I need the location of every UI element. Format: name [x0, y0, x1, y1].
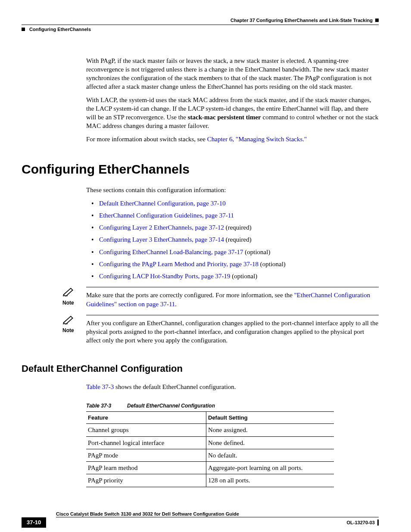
table-caption-num: Table 37-3: [86, 402, 127, 409]
header-square-icon: [375, 19, 379, 22]
toc-suffix: (optional): [230, 273, 257, 280]
toc-list: Default EtherChannel Configuration, page…: [86, 199, 379, 281]
table-row: PAgP priority128 on all ports.: [86, 474, 334, 487]
toc-link[interactable]: EtherChannel Configuration Guidelines, p…: [99, 212, 234, 219]
note-content: After you configure an EtherChannel, con…: [86, 315, 379, 345]
intro-para-3: For more information about switch stacks…: [86, 135, 379, 143]
footer-title: Cisco Catalyst Blade Switch 3130 and 303…: [56, 511, 239, 517]
toc-item: Configuring the PAgP Learn Method and Pr…: [99, 260, 379, 268]
note1-b: .: [175, 301, 177, 308]
toc-item: Configuring EtherChannel Load-Balancing,…: [99, 248, 379, 256]
toc-item: Default EtherChannel Configuration, page…: [99, 199, 379, 208]
page-number: 37-10: [22, 517, 46, 528]
table-row: PAgP modeNo default.: [86, 449, 334, 461]
toc-link[interactable]: Configuring Layer 2 EtherChannels, page …: [99, 224, 224, 231]
intro-p2-bold: stack-mac persistent timer: [188, 114, 261, 121]
doc-id-bar-icon: [377, 520, 379, 526]
header-section-row: Configuring EtherChannels: [22, 26, 379, 33]
toc-suffix: (optional): [258, 261, 286, 268]
table-cell: None assigned.: [206, 424, 334, 436]
pencil-icon: [62, 291, 75, 298]
note1-a: Make sure that the ports are correctly c…: [86, 292, 294, 299]
note-icon-wrap: Note: [62, 287, 86, 306]
toc-link[interactable]: Configuring LACP Hot-Standby Ports, page…: [99, 273, 230, 280]
toc-link[interactable]: Configuring EtherChannel Load-Balancing,…: [99, 249, 243, 255]
footer: Cisco Catalyst Blade Switch 3130 and 303…: [22, 511, 379, 528]
note-label: Note: [62, 327, 86, 334]
note-label: Note: [62, 299, 86, 306]
h2-intro-link[interactable]: Table 37-3: [86, 383, 114, 390]
table-row: Port-channel logical interfaceNone defin…: [86, 436, 334, 449]
header-rule: [22, 25, 379, 25]
toc-item: Configuring Layer 3 EtherChannels, page …: [99, 235, 379, 244]
table-cell: 128 on all ports.: [206, 474, 334, 487]
header-chapter: Chapter 37 Configuring EtherChannels and…: [230, 17, 373, 24]
note-icon-wrap: Note: [62, 315, 86, 334]
header-chapter-row: Chapter 37 Configuring EtherChannels and…: [22, 17, 379, 24]
table-row: Channel groupsNone assigned.: [86, 424, 334, 436]
table-caption-title: Default EtherChannel Configuration: [127, 403, 215, 409]
note-content: Make sure that the ports are correctly c…: [86, 287, 379, 308]
toc-suffix: (required): [224, 236, 252, 243]
table-header-default: Default Setting: [206, 411, 334, 424]
intro-p3-a: For more information about switch stacks…: [86, 136, 207, 143]
toc-item: Configuring Layer 2 EtherChannels, page …: [99, 223, 379, 232]
toc-item: Configuring LACP Hot-Standby Ports, page…: [99, 272, 379, 280]
intro-para-2: With LACP, the system-id uses the stack …: [86, 96, 379, 131]
h2-intro-rest: shows the default EtherChannel configura…: [114, 383, 236, 390]
toc-suffix: (required): [224, 224, 252, 231]
doc-id-row: OL-13270-03: [347, 520, 379, 526]
table-caption: Table 37-3Default EtherChannel Configura…: [86, 402, 379, 409]
table-row: PAgP learn methodAggregate-port learning…: [86, 462, 334, 474]
table-cell: PAgP mode: [86, 449, 206, 461]
toc-item: EtherChannel Configuration Guidelines, p…: [99, 211, 379, 220]
toc-suffix: (optional): [243, 249, 271, 255]
table-cell: Channel groups: [86, 424, 206, 436]
toc-intro: These sections contain this configuratio…: [86, 186, 379, 194]
config-table: Feature Default Setting Channel groupsNo…: [86, 411, 334, 487]
intro-p3-link[interactable]: Chapter 6, "Managing Switch Stacks.": [207, 136, 307, 143]
table-header-feature: Feature: [86, 411, 206, 424]
toc-link[interactable]: Default EtherChannel Configuration, page…: [99, 200, 226, 207]
toc-link[interactable]: Configuring the PAgP Learn Method and Pr…: [99, 261, 258, 268]
heading-2: Default EtherChannel Configuration: [22, 362, 379, 375]
h2-intro: Table 37-3 shows the default EtherChanne…: [86, 383, 379, 391]
table-cell: PAgP priority: [86, 474, 206, 487]
toc-link[interactable]: Configuring Layer 3 EtherChannels, page …: [99, 236, 224, 243]
note-block-2: Note After you configure an EtherChannel…: [62, 315, 379, 345]
intro-para-1: With PAgP, if the stack master fails or …: [86, 56, 379, 91]
table-cell: No default.: [206, 449, 334, 461]
pencil-icon: [62, 319, 75, 326]
doc-id: OL-13270-03: [347, 520, 375, 526]
note-block-1: Note Make sure that the ports are correc…: [62, 287, 379, 308]
table-cell: None defined.: [206, 436, 334, 449]
header-section-square-icon: [22, 28, 25, 31]
table-cell: Port-channel logical interface: [86, 436, 206, 449]
table-cell: PAgP learn method: [86, 462, 206, 474]
heading-1: Configuring EtherChannels: [22, 161, 379, 178]
header-section: Configuring EtherChannels: [29, 26, 91, 33]
table-cell: Aggregate-port learning on all ports.: [206, 462, 334, 474]
